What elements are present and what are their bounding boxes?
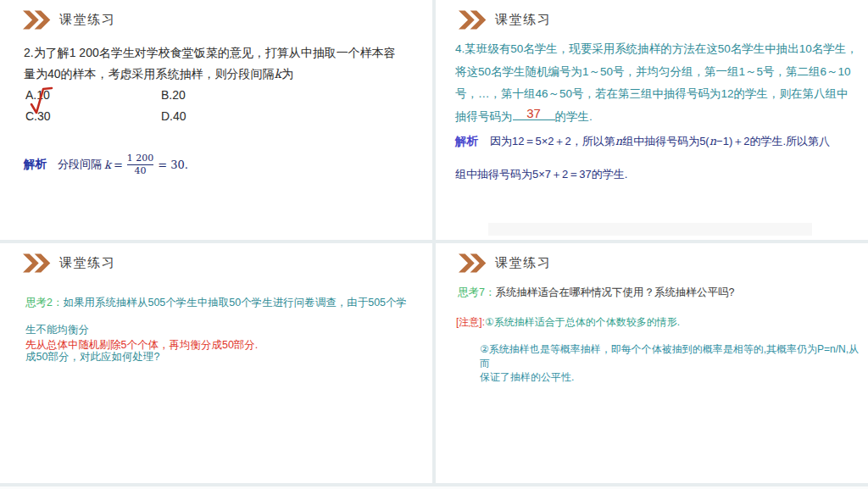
math-var-n: n <box>709 135 716 147</box>
question-line2-end: 为 <box>281 67 293 81</box>
slide-header: 课堂练习 <box>436 0 868 36</box>
slide-top-right[interactable]: 课堂练习 4.某班级有50名学生，现要采用系统抽样的方法在这50名学生中抽出10… <box>436 0 868 240</box>
equals-sign: = <box>114 158 123 171</box>
slide-title: 课堂练习 <box>59 12 115 28</box>
question-line2: 将这50名学生随机编号为1～50号，并均匀分组，第一组1～5号，第二组6～10 <box>455 65 851 78</box>
analysis-line: 解析 分段间隔 k = 1 200 40 = 30. <box>24 148 188 181</box>
double-chevron-icon <box>23 9 52 31</box>
double-chevron-icon <box>459 9 487 31</box>
math-var-k: k <box>104 158 111 171</box>
red-check-mark-icon <box>30 86 53 116</box>
note1-text: ①系统抽样适合于总体的个体数较多的情形. <box>485 316 680 328</box>
analysis-line2: 组中抽得号码为5×7＋2＝37的学生. <box>455 167 858 182</box>
slide-header: 课堂练习 <box>0 0 432 36</box>
question-line1: 2.为了解1 200名学生对学校食堂饭菜的意见，打算从中抽取一个样本容 <box>24 46 396 59</box>
question-line1: 4.某班级有50名学生，现要采用系统抽样的方法在这50名学生中抽出10名学生， <box>455 42 858 55</box>
think-question: 思考2：如果用系统抽样从505个学生中抽取50个学生进行问卷调查，由于505个学… <box>25 289 415 370</box>
double-chevron-icon <box>459 253 487 274</box>
slide-header: 课堂练习 <box>436 243 868 279</box>
think-label: 思考2： <box>25 297 63 308</box>
analysis-label: 解析 <box>24 157 47 172</box>
slide-bottom-left[interactable]: 课堂练习 思考2：如果用系统抽样从505个学生中抽取50个学生进行问卷调查，由于… <box>0 243 432 483</box>
slide-title: 课堂练习 <box>495 12 551 28</box>
think-question: 思考7：系统抽样适合在哪种情况下使用？系统抽样公平吗? <box>458 286 734 300</box>
fraction: 1 200 40 <box>127 153 154 177</box>
note-label: [注意]: <box>456 316 485 328</box>
analysis-block: 解析 因为12＝5×2＋2，所以第n组中抽得号码为5(n−1)＋2的学生.所以第… <box>455 134 858 182</box>
analysis-seg3: −1)＋2的学生.所以第八 <box>716 135 830 147</box>
formula-pre: 分段间隔 <box>58 157 102 172</box>
fraction-denominator: 40 <box>127 164 154 177</box>
answer-value: 37 <box>513 107 555 119</box>
fraction-numerator: 1 200 <box>127 153 154 164</box>
analysis-seg1: 因为12＝5×2＋2，所以第 <box>490 135 615 147</box>
note-line3: 保证了抽样的公平性. <box>480 370 574 385</box>
option-b: B.20 <box>161 88 186 102</box>
slide-title: 课堂练习 <box>495 255 551 271</box>
slide-header: 课堂练习 <box>0 243 432 279</box>
formula-result: = 30. <box>158 158 188 171</box>
analysis-seg2: 组中抽得号码为5( <box>622 135 709 147</box>
note-line2: ②系统抽样也是等概率抽样，即每个个体被抽到的概率是相等的,其概率仍为P=n/N,… <box>480 342 868 371</box>
option-d: D.40 <box>161 109 186 123</box>
slide-bottom-right[interactable]: 课堂练习 思考7：系统抽样适合在哪种情况下使用？系统抽样公平吗? [注意]:①系… <box>436 243 868 483</box>
analysis-line1: 因为12＝5×2＋2，所以第n组中抽得号码为5(n−1)＋2的学生.所以第八 <box>490 134 830 149</box>
note-line1: [注意]:①系统抽样适合于总体的个体数较多的情形. <box>456 315 680 330</box>
think-text: 系统抽样适合在哪种情况下使用？系统抽样公平吗? <box>495 286 734 298</box>
think-line1: 如果用系统抽样从505个学生中抽取50个学生进行问卷调查，由于505个学生不能均… <box>25 297 407 336</box>
double-chevron-icon <box>23 253 52 274</box>
think-answer: 先从总体中随机剔除5个个体，再均衡分成50部分. <box>25 338 258 353</box>
question-line2: 量为40的样本，考虑采用系统抽样，则分段间隔 <box>24 67 275 81</box>
question-line4: 抽得号码为 <box>455 110 513 123</box>
placeholder-bar <box>488 223 812 236</box>
question-text: 4.某班级有50名学生，现要采用系统抽样的方法在这50名学生中抽出10名学生， … <box>455 38 858 128</box>
think-label: 思考7： <box>458 286 495 298</box>
analysis-label: 解析 <box>455 134 478 149</box>
math-var-k: k <box>275 67 281 81</box>
question-line3: 号，…，第十组46～50号，若在第三组中抽得号码为12的学生，则在第八组中 <box>455 87 849 100</box>
math-var-n: n <box>615 135 622 147</box>
question-text: 2.为了解1 200名学生对学校食堂饭菜的意见，打算从中抽取一个样本容 量为40… <box>24 42 415 85</box>
analysis-formula: 分段间隔 k = 1 200 40 = 30. <box>58 153 188 177</box>
question-line4-end: 的学生. <box>555 110 593 123</box>
answer-blank: 37 <box>513 107 555 120</box>
slide-top-left[interactable]: 课堂练习 2.为了解1 200名学生对学校食堂饭菜的意见，打算从中抽取一个样本容… <box>0 0 432 240</box>
think-line2: 成50部分，对此应如何处理? <box>25 351 159 363</box>
slide-title: 课堂练习 <box>59 255 115 271</box>
